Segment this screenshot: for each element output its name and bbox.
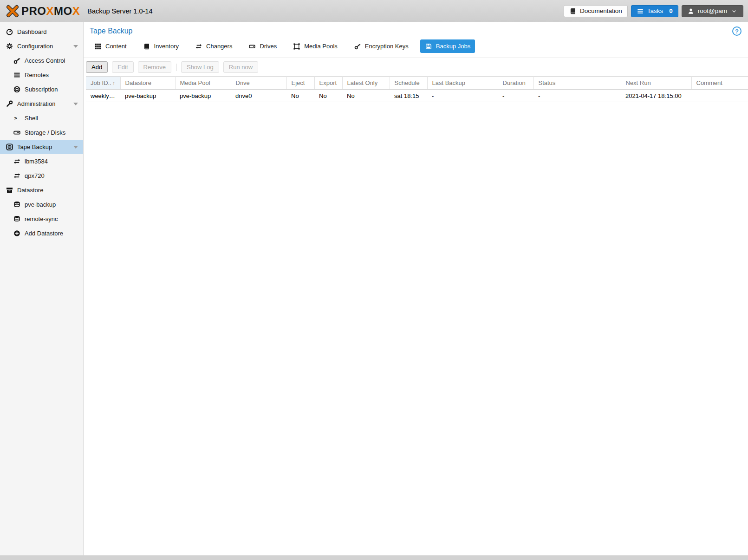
column-header-last-backup[interactable]: Last Backup: [427, 77, 498, 90]
run-now-button[interactable]: Run now: [223, 61, 258, 73]
tasks-list-icon: [637, 7, 644, 15]
grid-icon: [94, 43, 102, 50]
cell-job-id: weekly…: [86, 90, 120, 102]
key-icon: [354, 43, 361, 50]
edit-button[interactable]: Edit: [112, 61, 133, 73]
cell-status: -: [533, 90, 621, 102]
grid-header-row: Job ID..↑ Datastore Media Pool Drive Eje…: [86, 77, 748, 90]
tape-icon: [6, 143, 13, 151]
hdd-icon: [248, 43, 256, 50]
tasks-label: Tasks: [647, 7, 663, 14]
column-header-duration[interactable]: Duration: [498, 77, 533, 90]
show-log-button[interactable]: Show Log: [181, 61, 219, 73]
column-header-media-pool[interactable]: Media Pool: [175, 77, 231, 90]
grid-toolbar: Add Edit Remove Show Log Run now: [84, 58, 748, 76]
column-header-next-run[interactable]: Next Run: [621, 77, 691, 90]
column-header-latest-only[interactable]: Latest Only: [342, 77, 390, 90]
cell-next-run: 2021-04-17 18:15:00: [621, 90, 691, 102]
tab-drives[interactable]: Drives: [244, 39, 281, 53]
sidebar-item-administration[interactable]: Administration: [0, 97, 83, 111]
add-button[interactable]: Add: [86, 61, 108, 73]
help-icon[interactable]: ?: [732, 26, 741, 36]
column-header-job-id[interactable]: Job ID..↑: [86, 77, 120, 90]
sidebar-item-tape-backup[interactable]: Tape Backup: [0, 140, 83, 154]
documentation-button[interactable]: Documentation: [564, 5, 628, 17]
cell-latest-only: No: [342, 90, 390, 102]
user-label: root@pam: [698, 7, 727, 14]
tab-label: Inventory: [154, 43, 179, 50]
column-header-datastore[interactable]: Datastore: [120, 77, 175, 90]
sidebar-item-remotes[interactable]: Remotes: [0, 68, 83, 82]
sidebar-item-label: Access Control: [25, 57, 65, 64]
key-icon: [13, 57, 20, 65]
tab-changers[interactable]: Changers: [190, 39, 237, 53]
sidebar-item-pve-backup[interactable]: pve-backup: [0, 197, 83, 212]
column-header-export[interactable]: Export: [314, 77, 342, 90]
backup-jobs-grid: Job ID..↑ Datastore Media Pool Drive Eje…: [86, 76, 748, 555]
sidebar-item-dashboard[interactable]: Dashboard: [0, 25, 83, 39]
cell-export: No: [314, 90, 342, 102]
collapse-caret-icon[interactable]: [73, 103, 78, 105]
cell-media-pool: pve-backup: [175, 90, 231, 102]
table-row[interactable]: weekly… pve-backup pve-backup drive0 No …: [86, 90, 748, 102]
sidebar-item-label: Datastore: [17, 187, 43, 194]
sidebar-item-label: Dashboard: [17, 28, 47, 35]
life-ring-icon: [13, 86, 20, 93]
sidebar-item-label: Remotes: [25, 72, 49, 78]
tasks-button[interactable]: Tasks 0: [631, 5, 678, 17]
tab-inventory[interactable]: Inventory: [138, 39, 183, 53]
sidebar-item-access-control[interactable]: Access Control: [0, 53, 83, 68]
sidebar-item-label: Tape Backup: [17, 143, 52, 150]
sidebar-item-subscription[interactable]: Subscription: [0, 82, 83, 97]
save-icon: [425, 43, 432, 50]
topbar: PROXMOX Backup Server 1.0-14 Documentati…: [0, 0, 748, 22]
column-header-schedule[interactable]: Schedule: [390, 77, 427, 90]
database-icon: [13, 215, 20, 223]
database-icon: [13, 201, 20, 208]
exchange-icon: [195, 43, 202, 50]
column-header-status[interactable]: Status: [533, 77, 621, 90]
collapse-caret-icon[interactable]: [73, 146, 78, 149]
column-header-eject[interactable]: Eject: [286, 77, 314, 90]
app-title: Backup Server 1.0-14: [87, 7, 152, 15]
remove-button[interactable]: Remove: [138, 61, 171, 73]
column-header-comment[interactable]: Comment: [691, 77, 748, 90]
plus-circle-icon: [13, 230, 20, 237]
cell-comment: [691, 90, 748, 102]
tab-bar: Content Inventory Changers Drives: [84, 37, 748, 58]
sidebar-item-remote-sync[interactable]: remote-sync: [0, 212, 83, 226]
sidebar-item-label: Subscription: [25, 86, 58, 93]
sidebar: Dashboard Configuration Access Control R…: [0, 22, 84, 555]
book-icon: [569, 7, 577, 15]
collapse-caret-icon[interactable]: [73, 45, 78, 48]
main-panel: Tape Backup ? Content Inventory Chang: [84, 22, 748, 555]
object-group-icon: [293, 43, 300, 50]
tab-content[interactable]: Content: [90, 39, 131, 53]
sidebar-item-storage-disks[interactable]: Storage / Disks: [0, 125, 83, 140]
sidebar-item-label: Storage / Disks: [25, 129, 65, 136]
tab-backup-jobs[interactable]: Backup Jobs: [420, 39, 475, 53]
sidebar-item-qpx720[interactable]: qpx720: [0, 169, 83, 183]
sidebar-item-shell[interactable]: >_ Shell: [0, 111, 83, 125]
dashboard-icon: [6, 28, 13, 36]
sidebar-item-ibm3584[interactable]: ibm3584: [0, 154, 83, 169]
tab-media-pools[interactable]: Media Pools: [288, 39, 342, 53]
gear-icon: [6, 43, 13, 50]
chevron-down-icon: [730, 7, 738, 15]
list-icon: [13, 72, 20, 79]
sidebar-item-label: pve-backup: [25, 201, 56, 208]
documentation-label: Documentation: [580, 7, 622, 14]
sidebar-item-datastore[interactable]: Datastore: [0, 183, 83, 197]
sidebar-item-configuration[interactable]: Configuration: [0, 39, 83, 53]
tab-label: Changers: [206, 43, 232, 50]
exchange-icon: [13, 172, 20, 180]
sidebar-item-add-datastore[interactable]: Add Datastore: [0, 226, 83, 241]
column-header-drive[interactable]: Drive: [231, 77, 286, 90]
sidebar-item-label: Shell: [25, 115, 38, 122]
tab-label: Media Pools: [304, 43, 338, 50]
proxmox-logo: PROXMOX: [6, 4, 80, 18]
tab-encryption-keys[interactable]: Encryption Keys: [349, 39, 413, 53]
user-menu-button[interactable]: root@pam: [682, 5, 743, 17]
toolbar-separator: [176, 64, 176, 71]
user-icon: [687, 7, 695, 15]
